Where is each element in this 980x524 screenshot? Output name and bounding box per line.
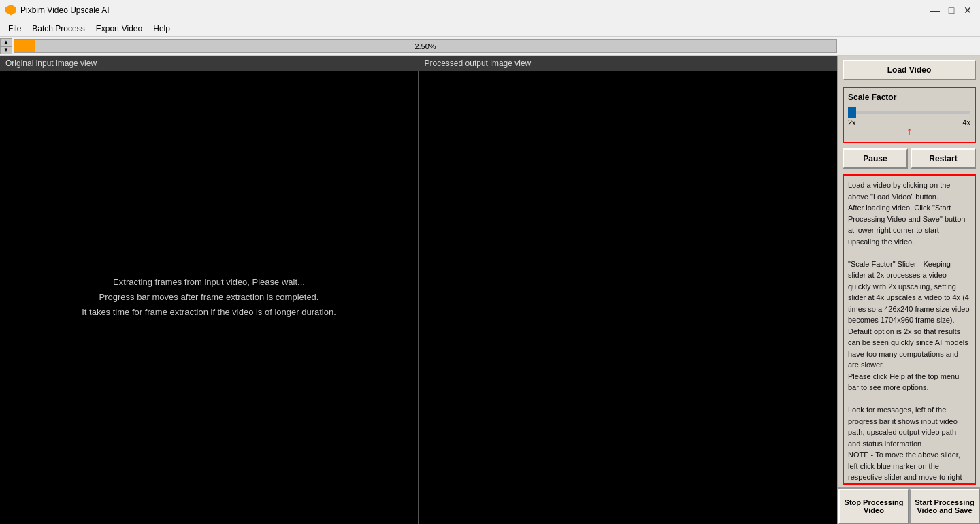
status-line3: It takes time for frame extraction if th…	[82, 307, 336, 317]
slider-min-label: 2x	[848, 118, 856, 127]
pause-button[interactable]: Pause	[843, 148, 908, 169]
video-labels: Original input image view Processed outp…	[0, 56, 837, 71]
slider-arrow-indicator: ↑	[848, 125, 970, 137]
title-bar-controls: — □ ✕	[928, 3, 975, 17]
bottom-buttons: Stop Processing Video Start Processing V…	[838, 487, 980, 524]
close-button[interactable]: ✕	[961, 3, 975, 17]
menu-item-batch-process[interactable]: Batch Process	[27, 22, 90, 35]
video-panel: Original input image view Processed outp…	[0, 56, 837, 524]
progress-bar-fill	[14, 40, 35, 52]
start-processing-button[interactable]: Start Processing Video and Save	[909, 489, 980, 524]
app-icon	[5, 5, 16, 16]
restart-button[interactable]: Restart	[911, 148, 976, 169]
maximize-button[interactable]: □	[945, 3, 958, 17]
minimize-button[interactable]: —	[928, 3, 942, 17]
progress-bar-text: 2.50%	[414, 42, 436, 50]
status-line2: Progress bar moves after frame extractio…	[99, 292, 319, 302]
title-bar: Pixbim Video Upscale AI — □ ✕	[0, 0, 980, 20]
slider-container	[848, 106, 970, 116]
pause-restart-row: Pause Restart	[843, 148, 976, 169]
status-line1: Extracting frames from input video, Plea…	[113, 277, 305, 287]
progress-bar-container: 2.50%	[14, 39, 837, 53]
right-panel: Load Video Scale Factor 2x 4x ↑ Pause Re…	[837, 56, 980, 524]
app-title: Pixbim Video Upscale AI	[20, 5, 110, 15]
scale-factor-section: Scale Factor 2x 4x ↑	[843, 87, 976, 143]
progress-arrow-down[interactable]: ▼	[0, 46, 12, 54]
info-text-3: Look for messages, left of the progress …	[848, 404, 970, 485]
stop-processing-button[interactable]: Stop Processing Video	[838, 489, 909, 524]
info-text-1: Load a video by clicking on the above "L…	[848, 180, 970, 247]
scale-slider[interactable]	[848, 111, 970, 114]
info-text-2: "Scale Factor" Slider - Keeping slider a…	[848, 259, 970, 393]
progress-row: ▲ ▼ 2.50%	[0, 37, 980, 56]
menu-bar: File Batch Process Export Video Help	[0, 20, 980, 37]
main-content: Original input image view Processed outp…	[0, 56, 980, 524]
menu-item-export-video[interactable]: Export Video	[91, 22, 148, 35]
slider-max-label: 4x	[962, 118, 970, 127]
scale-factor-title: Scale Factor	[848, 93, 970, 102]
title-bar-left: Pixbim Video Upscale AI	[5, 5, 110, 16]
processed-label: Processed output image view	[419, 56, 838, 71]
status-text: Extracting frames from input video, Plea…	[82, 275, 336, 320]
info-section: Load a video by clicking on the above "L…	[843, 174, 976, 485]
progress-arrows: ▲ ▼	[0, 38, 14, 54]
progress-arrow-up[interactable]: ▲	[0, 38, 12, 46]
original-label: Original input image view	[0, 56, 419, 71]
video-views: Extracting frames from input video, Plea…	[0, 71, 837, 524]
original-view: Extracting frames from input video, Plea…	[0, 71, 419, 524]
load-video-button[interactable]: Load Video	[843, 60, 976, 80]
menu-item-file[interactable]: File	[3, 22, 27, 35]
menu-item-help[interactable]: Help	[148, 22, 176, 35]
processed-view	[419, 71, 837, 524]
